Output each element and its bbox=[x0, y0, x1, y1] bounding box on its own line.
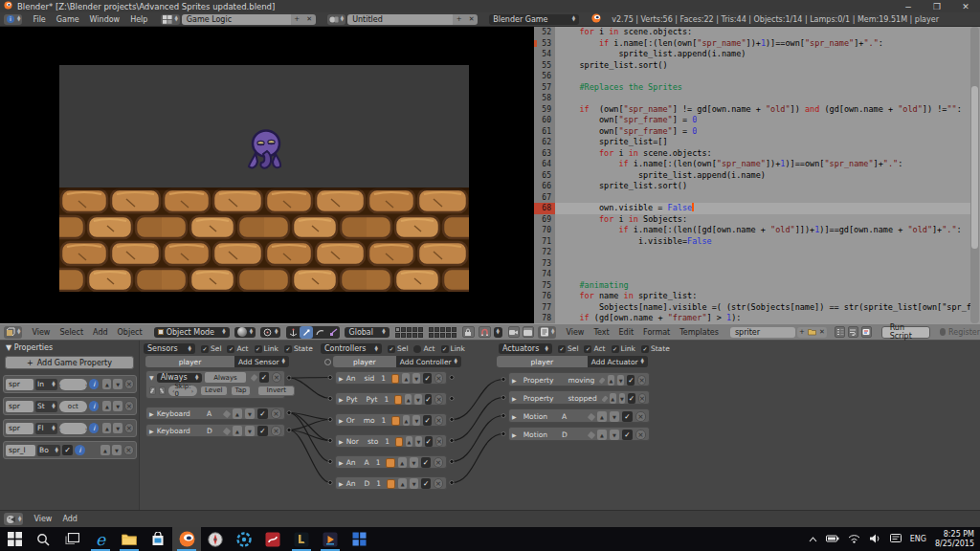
scale-manipulator-button[interactable] bbox=[326, 326, 340, 339]
code-line[interactable]: 75 #animating bbox=[534, 280, 970, 292]
state-icon[interactable] bbox=[395, 437, 403, 447]
close-layout-button[interactable]: ✕ bbox=[303, 14, 316, 25]
move-up-button[interactable]: ▲ bbox=[597, 430, 607, 440]
controller-active-check[interactable]: ✓ bbox=[425, 436, 433, 447]
sensor-keyboard-d-block[interactable]: ▶KeyboardD▲▼✓× bbox=[145, 424, 285, 437]
pin-icon[interactable] bbox=[250, 373, 257, 381]
game-property-row[interactable]: sprSt▲▼octi▲▼× bbox=[3, 397, 137, 415]
link-socket[interactable] bbox=[328, 418, 332, 422]
editor-type-logic-button[interactable]: ▲▼ bbox=[4, 513, 23, 525]
move-down-button[interactable]: ▼ bbox=[113, 401, 122, 411]
controller-active-check[interactable]: ✓ bbox=[423, 415, 432, 426]
controllers-sel-toggle[interactable]: ✓Sel bbox=[388, 344, 408, 353]
add-actuator-button[interactable]: Add Actuator▲▼ bbox=[588, 356, 648, 367]
delete-property-button[interactable]: × bbox=[124, 401, 134, 411]
actuators-state-toggle[interactable]: ✓State bbox=[641, 344, 670, 353]
manipulator-toggle-button[interactable] bbox=[286, 326, 300, 339]
move-down-button[interactable]: ▼ bbox=[414, 394, 421, 405]
code-line[interactable]: 60 own["spr_frame"] = 0 bbox=[534, 115, 970, 126]
menu-view[interactable]: View bbox=[32, 328, 50, 337]
delete-sensor-button[interactable]: × bbox=[272, 372, 281, 383]
move-down-button[interactable]: ▼ bbox=[619, 393, 626, 404]
link-socket[interactable] bbox=[328, 439, 332, 443]
menu-add[interactable]: Add bbox=[93, 328, 108, 337]
actuators-filter-select[interactable]: Actuators▲▼ bbox=[499, 343, 552, 354]
add-controller-button[interactable]: Add Controller▲▼ bbox=[396, 356, 461, 367]
snap-element-select[interactable]: ▲▼ bbox=[494, 327, 502, 338]
action-center-icon[interactable] bbox=[890, 534, 902, 545]
expand-icon[interactable]: ▶ bbox=[149, 410, 154, 417]
delete-property-button[interactable]: × bbox=[124, 379, 134, 389]
controllers-filter-select[interactable]: Controllers▲▼ bbox=[321, 343, 382, 354]
layers-grid-2[interactable] bbox=[429, 327, 457, 338]
actuators-object-name[interactable]: player bbox=[497, 356, 588, 367]
viewport-shading-select[interactable]: ▲▼ bbox=[234, 327, 256, 338]
wifi-icon[interactable] bbox=[848, 534, 860, 545]
code-line[interactable]: 64 if i.name[:(len(own["spr_name"])+1)]=… bbox=[534, 159, 970, 170]
move-up-button[interactable]: ▲ bbox=[102, 379, 111, 389]
move-down-button[interactable]: ▼ bbox=[245, 426, 255, 436]
pin-icon[interactable] bbox=[223, 427, 231, 434]
delete-controller-button[interactable]: × bbox=[434, 394, 443, 405]
transform-orientation-select[interactable]: Global ▲▼ bbox=[345, 327, 389, 338]
code-line[interactable]: 70 if i.name[:(len([gd[own.name + "old"]… bbox=[534, 225, 970, 236]
state-icon[interactable] bbox=[387, 479, 395, 489]
editor-type-3dview-button[interactable]: ▲▼ bbox=[4, 326, 22, 339]
move-up-button[interactable]: ▲ bbox=[100, 445, 110, 455]
delete-actuator-button[interactable]: × bbox=[637, 375, 646, 386]
edge-icon[interactable]: e bbox=[86, 527, 115, 551]
sensors-link-toggle[interactable]: ✓Link bbox=[255, 344, 278, 353]
editor-type-text-button[interactable]: ▲▼ bbox=[538, 326, 556, 339]
add-game-property-button[interactable]: + Add Game Property bbox=[5, 356, 134, 369]
controllers-act-toggle[interactable]: ✓Act bbox=[413, 344, 434, 353]
move-down-button[interactable]: ▼ bbox=[113, 423, 122, 433]
controller-or-mo-block[interactable]: ▶Ormo1▲▼✓× bbox=[335, 413, 447, 427]
translate-manipulator-button[interactable] bbox=[300, 326, 313, 339]
battery-icon[interactable] bbox=[826, 535, 839, 544]
register-checkbox[interactable]: ✓ bbox=[940, 328, 946, 336]
code-line[interactable]: 58 bbox=[534, 93, 970, 104]
code-line[interactable]: 69 for i in Sobjects: bbox=[534, 214, 970, 226]
delete-actuator-button[interactable]: × bbox=[638, 393, 646, 404]
link-socket[interactable] bbox=[450, 481, 454, 485]
property-value-field[interactable]: oct bbox=[59, 401, 88, 412]
code-line[interactable]: 55 sprite_list.sort() bbox=[534, 60, 970, 72]
code-line[interactable]: 74 bbox=[534, 269, 970, 280]
tap-button[interactable]: Tap bbox=[231, 386, 252, 396]
scrollbar-thumb[interactable] bbox=[971, 86, 978, 249]
close-scene-button[interactable]: ✕ bbox=[465, 14, 478, 25]
code-line[interactable]: 65 sprite_list.append(i.name) bbox=[534, 170, 970, 182]
actuator-active-check[interactable]: ✓ bbox=[627, 375, 635, 386]
render-opengl-button[interactable] bbox=[508, 326, 520, 338]
code-line[interactable]: 53 if i.name[:(len(own["spr_name"])+1)]=… bbox=[534, 38, 970, 50]
controller-active-check[interactable]: ✓ bbox=[421, 478, 431, 489]
link-socket[interactable] bbox=[450, 376, 454, 380]
state-icon[interactable] bbox=[394, 395, 402, 405]
code-line[interactable]: 63 for i in scene.objects: bbox=[534, 148, 970, 160]
menu-view[interactable]: View bbox=[33, 515, 52, 523]
move-down-button[interactable]: ▼ bbox=[245, 408, 255, 419]
delete-actuator-button[interactable]: × bbox=[635, 411, 646, 422]
syntax-highlight-toggle[interactable] bbox=[861, 326, 872, 338]
sensor-keyboard-a-block[interactable]: ▶KeyboardA▲▼✓× bbox=[145, 407, 285, 420]
move-down-button[interactable]: ▼ bbox=[412, 415, 420, 426]
move-down-button[interactable]: ▼ bbox=[112, 445, 122, 455]
language-indicator[interactable]: ENG bbox=[910, 535, 926, 543]
expand-icon[interactable]: ▶ bbox=[339, 417, 344, 424]
controller-active-check[interactable]: ✓ bbox=[423, 373, 432, 384]
expand-icon[interactable]: ▶ bbox=[512, 413, 517, 420]
pin-icon[interactable] bbox=[599, 377, 606, 384]
screen-layout-browse-button[interactable]: ▲▼ bbox=[161, 14, 179, 25]
move-up-button[interactable]: ▲ bbox=[405, 394, 412, 405]
sensors-act-toggle[interactable]: ✓Act bbox=[227, 344, 248, 353]
expand-icon[interactable]: ▶ bbox=[339, 480, 344, 487]
link-socket[interactable] bbox=[328, 460, 332, 464]
controller-an-d-block[interactable]: ▶AnD1▲▼✓× bbox=[335, 476, 447, 490]
mode-select[interactable]: Object Mode ▲▼ bbox=[154, 327, 230, 338]
link-socket[interactable] bbox=[501, 378, 505, 382]
code-line[interactable]: 56 bbox=[534, 71, 970, 82]
move-up-button[interactable]: ▲ bbox=[398, 478, 407, 489]
delete-actuator-button[interactable]: × bbox=[635, 430, 646, 440]
snap-toggle-button[interactable] bbox=[479, 326, 491, 338]
editor-scrollbar[interactable] bbox=[970, 27, 979, 323]
